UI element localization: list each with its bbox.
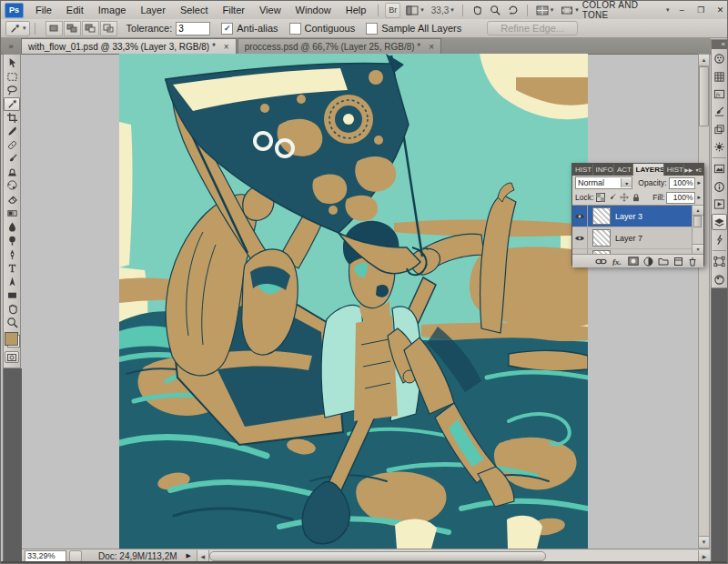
tolerance-input[interactable]: [176, 22, 210, 35]
lock-position-icon[interactable]: [619, 193, 629, 203]
scroll-down-icon[interactable]: ▼: [699, 536, 709, 548]
link-layers-button[interactable]: [595, 257, 607, 266]
magic-wand-tool[interactable]: [4, 97, 20, 111]
subtract-from-selection-button[interactable]: [82, 21, 99, 36]
clone-stamp-tool[interactable]: [4, 166, 20, 179]
rectangle-shape-tool[interactable]: [4, 288, 20, 302]
delete-layer-button[interactable]: [688, 257, 697, 267]
fill-slider-arrow-icon[interactable]: ▸: [697, 194, 701, 201]
crop-tool[interactable]: [4, 111, 20, 125]
dodge-tool[interactable]: [4, 234, 20, 247]
launch-bridge-button[interactable]: Br: [385, 3, 400, 18]
gradient-tool[interactable]: [4, 206, 20, 220]
healing-brush-tool[interactable]: [4, 138, 20, 152]
adjustment-layer-button[interactable]: [643, 257, 653, 267]
scroll-right-icon[interactable]: ▶: [698, 550, 710, 562]
hand-tool[interactable]: [4, 302, 20, 316]
zoom-tool-button[interactable]: [487, 4, 503, 17]
opacity-value[interactable]: 100%: [669, 177, 696, 189]
new-layer-button[interactable]: [673, 257, 683, 267]
menu-select[interactable]: Select: [173, 2, 216, 19]
layers-scroll-thumb[interactable]: [693, 216, 702, 227]
tab-close-icon[interactable]: ×: [429, 42, 434, 52]
eyedropper-tool[interactable]: [4, 125, 20, 138]
menu-view[interactable]: View: [252, 2, 288, 19]
brush-tool[interactable]: [4, 152, 20, 166]
rotate-view-button[interactable]: [505, 4, 521, 17]
clone-source-panel-icon[interactable]: [712, 122, 727, 137]
move-tool[interactable]: [4, 56, 20, 70]
tab-history[interactable]: HIST: [664, 164, 685, 176]
visibility-toggle[interactable]: [572, 206, 588, 227]
intersect-selection-button[interactable]: [100, 21, 117, 36]
layer-row-layer7[interactable]: Layer 7: [572, 227, 694, 249]
sample-all-layers-checkbox[interactable]: Sample All Layers: [366, 23, 461, 35]
zoom-tool[interactable]: [4, 316, 20, 329]
menu-help[interactable]: Help: [339, 2, 374, 19]
view-extras-button[interactable]: ▾: [403, 4, 427, 17]
add-layer-mask-button[interactable]: [628, 257, 639, 266]
swatches-panel-icon[interactable]: [712, 68, 727, 84]
panel-overflow-icon[interactable]: ▶▶: [684, 166, 693, 173]
color-panel-icon[interactable]: [712, 51, 727, 66]
horizontal-scroll-thumb[interactable]: [209, 551, 546, 561]
layers-panel-icon[interactable]: [712, 214, 727, 230]
rectangular-marquee-tool[interactable]: [4, 70, 20, 84]
status-zoom-field[interactable]: 33,29%: [25, 550, 66, 562]
lock-transparency-icon[interactable]: [595, 193, 605, 203]
tab-actions[interactable]: ACT: [614, 164, 633, 176]
lock-all-icon[interactable]: [631, 193, 641, 203]
layer-thumbnail[interactable]: [592, 207, 611, 225]
panel-menu-icon[interactable]: ▾≡: [695, 166, 702, 173]
status-menu-arrow-icon[interactable]: ▶: [187, 552, 191, 559]
history-brush-tool[interactable]: [4, 179, 20, 193]
tab-overflow-icon[interactable]: »: [1, 42, 21, 54]
actions-panel-icon[interactable]: [712, 196, 727, 212]
document-tab-inactive[interactable]: proccess.psd @ 66,7% (Layer 25, RGB/8) *…: [238, 38, 441, 54]
styles-panel-icon[interactable]: fx: [712, 86, 727, 102]
tab-histogram[interactable]: HIST: [572, 164, 593, 176]
horizontal-scrollbar[interactable]: ◀ ▶: [197, 550, 710, 562]
lock-pixels-icon[interactable]: [607, 193, 617, 203]
arrange-documents-button[interactable]: ▾: [533, 4, 557, 17]
menu-filter[interactable]: Filter: [215, 2, 251, 19]
layer-row-partial[interactable]: [572, 249, 694, 255]
hand-tool-button[interactable]: [469, 4, 485, 17]
anti-alias-checkbox[interactable]: ✓ Anti-alias: [221, 23, 278, 35]
scroll-up-icon[interactable]: ▲: [693, 206, 703, 216]
expand-dock-icon[interactable]: «: [712, 40, 727, 49]
zoom-level-dropdown[interactable]: 33,3 ▾: [429, 4, 457, 17]
path-selection-tool[interactable]: [4, 275, 20, 288]
add-to-selection-button[interactable]: [64, 21, 81, 36]
opacity-slider-arrow-icon[interactable]: ▸: [697, 179, 701, 186]
type-tool[interactable]: [4, 261, 20, 275]
blur-tool[interactable]: [4, 220, 20, 234]
pen-tool[interactable]: [4, 247, 20, 261]
brushes-panel-icon[interactable]: [712, 104, 727, 119]
info-panel-icon[interactable]: [712, 179, 727, 195]
layer-row-layer3[interactable]: Layer 3: [572, 206, 694, 227]
menu-window[interactable]: Window: [288, 2, 339, 19]
menu-file[interactable]: File: [28, 2, 59, 19]
layers-scrollbar[interactable]: ▲ ▼: [692, 206, 703, 254]
layer-name[interactable]: Layer 7: [615, 234, 642, 243]
layer-style-button[interactable]: fx.: [612, 257, 623, 266]
scroll-up-icon[interactable]: ▲: [699, 55, 709, 66]
tab-info[interactable]: INFO: [593, 164, 614, 176]
blend-mode-select[interactable]: Normal ▾: [575, 176, 632, 189]
menu-layer[interactable]: Layer: [133, 2, 173, 19]
menu-image[interactable]: Image: [91, 2, 134, 19]
quick-mask-button[interactable]: [5, 351, 19, 363]
layer-name[interactable]: Layer 3: [615, 212, 642, 221]
close-button[interactable]: ✕: [713, 4, 727, 16]
screen-mode-button[interactable]: ▾: [558, 4, 581, 17]
new-selection-button[interactable]: [46, 21, 63, 36]
animation-panel-icon[interactable]: [712, 232, 727, 247]
contiguous-checkbox[interactable]: Contiguous: [289, 23, 356, 35]
lasso-tool[interactable]: [4, 84, 20, 97]
foreground-color-swatch[interactable]: [5, 332, 18, 346]
minimize-button[interactable]: –: [675, 4, 689, 16]
artwork-canvas[interactable]: [119, 54, 588, 549]
tab-layers[interactable]: LAYERS: [633, 164, 664, 176]
adjustments-panel-icon[interactable]: [712, 139, 727, 155]
